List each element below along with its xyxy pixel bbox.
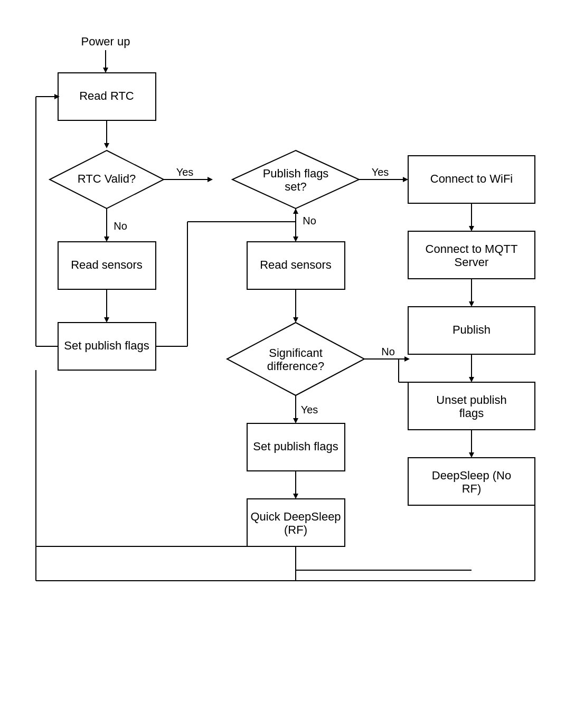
power-up-label: Power up [81,35,130,48]
svg-marker-30 [293,418,298,423]
read-rtc-label: Read RTC [79,89,134,102]
set-publish-flags-mid-label: Set publish flags [253,440,338,453]
svg-marker-7 [104,237,109,242]
svg-marker-26 [293,237,298,242]
connect-wifi-label: Connect to WiFi [430,172,513,185]
deepsleep-no-rf-label-2: RF) [462,482,482,495]
publish-flags-set-label-1: Publish flags [263,167,329,180]
svg-marker-16 [403,177,408,182]
read-sensors-left-label: Read sensors [71,258,143,271]
rtc-no-label: No [114,220,127,232]
publish-label: Publish [453,323,491,336]
svg-marker-5 [208,177,213,182]
read-sensors-mid-label: Read sensors [260,258,332,271]
svg-line-42 [345,505,408,546]
significant-diff-label-2: difference? [267,360,324,373]
flowchart: Power up Read RTC RTC Valid? Yes No Read… [0,0,575,728]
connect-mqtt-label-2: Server [455,256,489,269]
quick-deepsleep-label-2: (RF) [284,523,307,536]
unset-publish-flags-label-2: flags [459,406,484,420]
svg-marker-28 [293,317,298,323]
publish-flags-set-label-2: set? [285,180,307,193]
significant-diff-label-1: Significant [269,346,323,360]
svg-marker-1 [103,68,108,73]
svg-marker-3 [104,143,109,148]
sig-diff-no-label: No [381,346,395,357]
svg-marker-32 [404,356,410,362]
publish-yes-label: Yes [372,166,389,178]
connect-mqtt-label-1: Connect to MQTT [426,242,518,256]
deepsleep-no-rf-label-1: DeepSleep (No [432,469,511,482]
sig-diff-yes-label: Yes [301,404,318,415]
svg-marker-34 [293,494,298,499]
rtc-valid-label: RTC Valid? [78,172,136,185]
unset-publish-flags-label-1: Unset publish [436,393,506,406]
svg-marker-22 [469,377,474,382]
svg-marker-9 [104,317,109,323]
svg-marker-18 [469,226,474,231]
svg-marker-24 [469,452,474,458]
svg-marker-20 [469,301,474,307]
set-publish-flags-left-label: Set publish flags [64,339,149,352]
quick-deepsleep-label-1: Quick DeepSleep [250,510,341,523]
publish-no-label: No [303,215,316,226]
rtc-yes-label: Yes [176,166,194,178]
